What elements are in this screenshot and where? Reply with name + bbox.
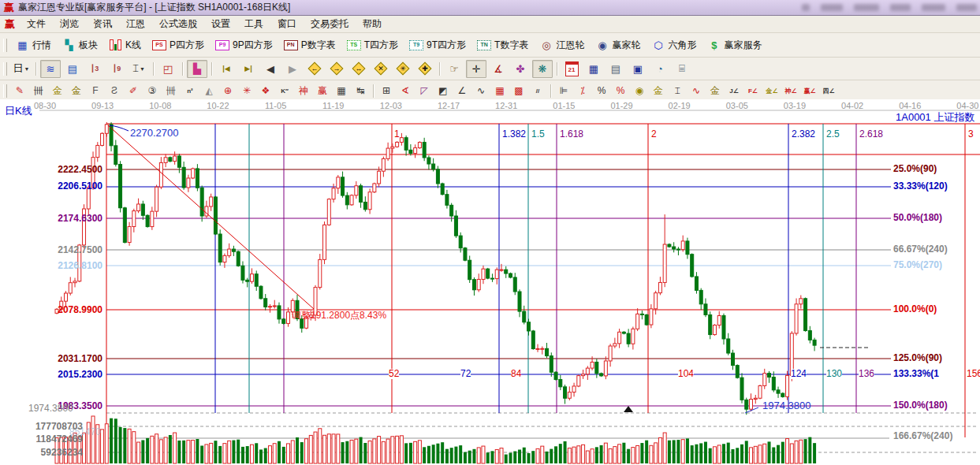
toolbar-button-overview-map[interactable]: ≋ xyxy=(40,60,61,78)
toolbar-button-gann-box[interactable]: ◰ xyxy=(158,60,178,78)
toolbar-button-p-number-table[interactable]: PNP数字表 xyxy=(278,37,341,54)
toolbar-button-gold-level[interactable]: 金 xyxy=(650,83,667,99)
toolbar-button-fib-ruler[interactable]: F xyxy=(87,83,104,99)
toolbar-button-cycle-circle-3[interactable]: ③ xyxy=(143,83,161,99)
menu-item-tools[interactable]: 工具 xyxy=(237,16,270,32)
toolbar-button-t-number-table[interactable]: TNT数字表 xyxy=(471,37,534,54)
toolbar-button-red-grid-a[interactable]: ▦ xyxy=(491,83,509,99)
toolbar-button-f-angle[interactable]: F∠ xyxy=(744,83,762,99)
toolbar-button-mini-chart-9[interactable]: ┃9 xyxy=(106,60,127,78)
toolbar-button-parallel-lines[interactable]: // xyxy=(529,83,546,99)
toolbar-button-save[interactable]: ▣ xyxy=(628,60,648,78)
toolbar-button-zoom-out-x[interactable]: ← xyxy=(304,60,325,78)
menu-item-gann[interactable]: 江恩 xyxy=(119,16,152,32)
kline-chart-canvas[interactable] xyxy=(0,99,980,465)
toolbar-button-gold-circle[interactable]: ◉ xyxy=(631,83,648,99)
toolbar-button-trend-brush[interactable]: ✎ xyxy=(11,83,28,99)
toolbar-button-star-burst[interactable]: ✳ xyxy=(238,83,255,99)
toolbar-button-compress-x[interactable]: ✕ xyxy=(371,60,391,78)
toolbar-button-memo[interactable]: ▤ xyxy=(606,60,626,78)
toolbar-button-p9-square[interactable]: P99P四方形 xyxy=(210,37,278,54)
toolbar-button-spiral-tool[interactable]: Ƨ xyxy=(106,83,123,99)
toolbar-button-wave-tool[interactable]: ∿ xyxy=(472,83,490,99)
toolbar-button-wave-channel[interactable]: ∿ xyxy=(687,83,705,99)
toolbar-button-page-prev[interactable]: ◀ xyxy=(260,60,281,78)
toolbar-button-width-measure[interactable]: ↹ xyxy=(352,83,369,99)
toolbar-button-expand-all[interactable]: ✳ xyxy=(393,60,413,78)
toolbar-button-gold-ruler-a[interactable]: 金 xyxy=(49,83,66,99)
toolbar-button-number-grid[interactable]: ▦ xyxy=(333,83,350,99)
menu-item-window[interactable]: 窗口 xyxy=(270,16,304,32)
toolbar-grip[interactable] xyxy=(3,39,7,52)
toolbar-button-fan-red[interactable]: ∢ xyxy=(397,83,414,99)
toolbar-button-colored-volume[interactable]: ▙ xyxy=(187,60,207,78)
toolbar-button-zoom-in-x[interactable]: → xyxy=(326,60,347,78)
toolbar-button-winner-service[interactable]: $赢家服务 xyxy=(702,37,767,54)
toolbar-button-shen-ruler[interactable]: 神 xyxy=(295,83,312,99)
toolbar-button-hand-drag[interactable]: ☞ xyxy=(444,60,464,78)
toolbar-button-candle-style[interactable]: ⌶▼ xyxy=(129,60,149,78)
toolbar-button-j-angle[interactable]: J∠ xyxy=(725,83,743,99)
toolbar-button-print[interactable]: ⌸ xyxy=(672,60,692,78)
toolbar-button-t-square[interactable]: TST四方形 xyxy=(341,37,404,54)
toolbar-button-measure-brush[interactable]: ✐ xyxy=(125,83,142,99)
toolbar-button-shen-fan[interactable]: 神∠ xyxy=(782,83,799,99)
toolbar-button-pattern-tool[interactable]: ✤ xyxy=(510,60,531,78)
toolbar-grip[interactable] xyxy=(3,62,7,76)
toolbar-button-winner-wheel[interactable]: ◉赢家轮 xyxy=(590,37,646,54)
toolbar-button-candle-mark[interactable]: ⌶ xyxy=(669,83,686,99)
toolbar-button-info-panel[interactable]: ▤ xyxy=(62,60,83,78)
toolbar-button-mini-chart-3[interactable]: ┃3 xyxy=(84,60,105,78)
toolbar-button-period-day[interactable]: 日▼ xyxy=(11,60,32,78)
menu-item-browse[interactable]: 浏览 xyxy=(53,16,86,32)
menu-item-file[interactable]: 文件 xyxy=(20,16,53,32)
toolbar-button-gann-wheel[interactable]: ◎江恩轮 xyxy=(534,37,590,54)
menu-item-trade[interactable]: 交易委托 xyxy=(304,16,356,32)
toolbar-button-kline[interactable]: K线 xyxy=(103,37,147,54)
toolbar-button-p-square[interactable]: PSP四方形 xyxy=(147,37,210,54)
toolbar-button-ying-ruler[interactable]: 赢 xyxy=(314,83,331,99)
toolbar-button-fan-box[interactable]: ◸ xyxy=(415,83,433,99)
toolbar-button-red-grid-b[interactable]: ▩ xyxy=(510,83,527,99)
toolbar-button-box-tool[interactable]: ⊞ xyxy=(378,83,395,99)
menu-item-settings[interactable]: 设置 xyxy=(204,16,237,32)
toolbar-button-gold-fan[interactable]: 金∠ xyxy=(763,83,781,99)
toolbar-button-si-angle[interactable]: 四∠ xyxy=(820,83,837,99)
toolbar-button-star-grid[interactable]: ❖ xyxy=(257,83,274,99)
toolbar-button-ying-fan[interactable]: 赢∠ xyxy=(801,83,818,99)
toolbar-button-jump-first[interactable]: |◀ xyxy=(216,60,237,78)
toolbar-button-jump-last[interactable]: ▶| xyxy=(238,60,259,78)
toolbar-button-angle-measure[interactable]: ∡ xyxy=(488,60,509,78)
toolbar-button-tick-ruler[interactable]: 卌 xyxy=(30,83,47,99)
menu-item-news[interactable]: 资讯 xyxy=(86,16,119,32)
toolbar-button-angle-line[interactable]: ∠ xyxy=(453,83,471,99)
toolbar-button-market-quotes[interactable]: ▦行情 xyxy=(10,37,57,54)
toolbar-button-t9-square[interactable]: T99T四方形 xyxy=(404,37,471,54)
toolbar-button-calculator[interactable]: ▦ xyxy=(583,60,604,78)
toolbar-button-fan-square[interactable]: ◩ xyxy=(434,83,452,99)
toolbar-button-calendar[interactable]: 21 xyxy=(561,60,582,78)
toolbar-button-expand-x[interactable]: ↔ xyxy=(348,60,369,78)
toolbar-button-k-second[interactable]: K″ xyxy=(276,83,293,99)
toolbar-grip[interactable] xyxy=(3,84,7,98)
fib-ratio-label: 2.382 xyxy=(792,129,815,140)
toolbar-button-gold-ruler-b[interactable]: 金 xyxy=(68,83,85,99)
toolbar-button-tick-ruler-2[interactable]: 卌 xyxy=(162,83,180,99)
menu-item-formula-select[interactable]: 公式选股 xyxy=(152,16,204,32)
toolbar-button-timer-chart[interactable]: ◔ xyxy=(650,60,670,78)
toolbar-button-mirror-tool[interactable]: ◭ xyxy=(200,83,218,99)
toolbar-button-percent-slash[interactable]: ⁒ xyxy=(574,83,591,99)
toolbar-button-smart-tool[interactable]: ❋ xyxy=(532,60,553,78)
toolbar-button-circle-cross[interactable]: ⊕ xyxy=(219,83,237,99)
toolbar-button-price-scale[interactable]: ⊫ xyxy=(555,83,572,99)
toolbar-button-reset-scale[interactable]: ✚ xyxy=(415,60,435,78)
toolbar-button-crosshair[interactable]: ✛ xyxy=(466,60,486,78)
toolbar-button-page-next[interactable]: ▶ xyxy=(282,60,303,78)
menu-item-help[interactable]: 帮助 xyxy=(356,16,389,32)
toolbar-button-sectors[interactable]: ▚板块 xyxy=(57,37,103,54)
toolbar-button-percent[interactable]: % xyxy=(593,83,610,99)
toolbar-button-percent-line[interactable]: % xyxy=(612,83,629,99)
toolbar-button-gold-channel[interactable]: 金 xyxy=(706,83,724,99)
toolbar-button-hexagon[interactable]: ⬡六角形 xyxy=(646,37,702,54)
toolbar-button-square-ruler[interactable]: n² xyxy=(181,83,199,99)
